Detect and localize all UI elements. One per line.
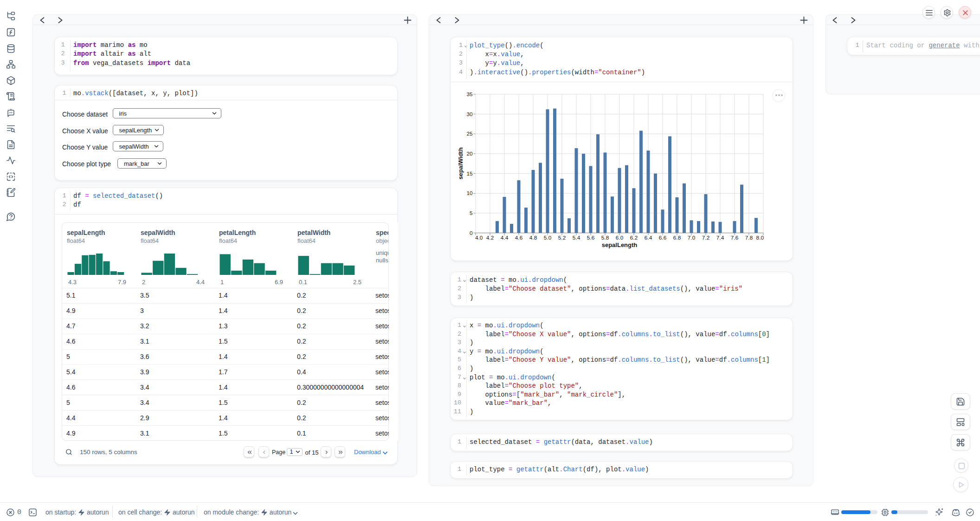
svg-text:4.4: 4.4: [501, 234, 509, 241]
svg-text:6.0: 6.0: [616, 234, 624, 241]
svg-text:7.6: 7.6: [731, 234, 739, 241]
svg-text:5.6: 5.6: [587, 234, 595, 241]
svg-text:8.0: 8.0: [756, 234, 764, 241]
svg-text:6.8: 6.8: [673, 234, 681, 241]
svg-text:5.8: 5.8: [601, 234, 609, 241]
svg-text:7.0: 7.0: [688, 234, 696, 241]
svg-text:4.6: 4.6: [515, 234, 523, 241]
svg-text:sepalWidth: sepalWidth: [458, 147, 464, 179]
svg-text:5.0: 5.0: [544, 234, 552, 241]
svg-text:15: 15: [466, 170, 473, 177]
svg-text:6.2: 6.2: [630, 234, 638, 241]
svg-text:25: 25: [466, 130, 473, 137]
svg-text:4.8: 4.8: [529, 234, 537, 241]
svg-text:5: 5: [470, 210, 473, 216]
svg-text:6.4: 6.4: [645, 234, 652, 241]
svg-text:30: 30: [466, 111, 473, 117]
svg-text:20: 20: [466, 150, 473, 157]
svg-text:5.2: 5.2: [558, 234, 566, 241]
svg-text:4.2: 4.2: [486, 234, 494, 241]
svg-text:10: 10: [466, 190, 473, 196]
svg-text:0: 0: [470, 230, 473, 236]
svg-text:7.4: 7.4: [716, 234, 724, 241]
svg-text:35: 35: [466, 91, 473, 98]
svg-text:sepalLength: sepalLength: [602, 241, 638, 248]
svg-text:7.2: 7.2: [702, 234, 709, 241]
svg-text:5.4: 5.4: [573, 234, 580, 241]
svg-text:6.6: 6.6: [659, 234, 667, 241]
svg-text:7.8: 7.8: [745, 234, 753, 241]
svg-text:4.0: 4.0: [475, 234, 483, 241]
